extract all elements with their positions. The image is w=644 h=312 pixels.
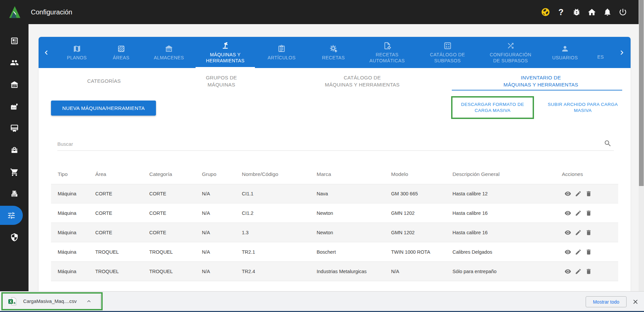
view-icon[interactable] <box>565 229 571 236</box>
edit-icon[interactable] <box>575 190 582 197</box>
column-header: Marca <box>317 171 391 177</box>
inventory-table: Tipo Área Categoría Grupo Nombre/Código … <box>51 164 618 281</box>
table-row: MáquinaCORTECORTEN/ACI1.1NavaGM 300 665H… <box>51 184 618 203</box>
edit-icon[interactable] <box>575 249 582 255</box>
subtab-grupos-de-maquinas[interactable]: GRUPOS DEMÁQUINAS <box>169 68 273 94</box>
view-icon[interactable] <box>565 249 571 255</box>
tab-recetas-automaticas[interactable]: RECETASAUTOMÁTICAS <box>359 37 416 68</box>
view-icon[interactable] <box>565 190 571 197</box>
table-row: MáquinaCORTECORTEN/ACI1.2NewtonGMN 1202H… <box>51 203 618 223</box>
subtab-catalogo-de-maquinas[interactable]: CATÁLOGO DEMÁQUINAS Y HERRAMIENTAS <box>273 68 451 94</box>
upload-bulk-file-button[interactable]: SUBIR ARCHIDO PARA CARGA MASIVA <box>540 102 626 114</box>
browser-download-bar: CargaMasiva_Maq....csv Mostrar todo <box>0 291 644 312</box>
tab-usuarios[interactable]: USUARIOS <box>542 37 588 68</box>
sidebar-item-toolbox[interactable] <box>0 143 29 157</box>
close-download-bar-icon[interactable] <box>632 298 639 305</box>
view-icon[interactable] <box>565 210 571 216</box>
article-card-icon <box>10 37 19 45</box>
shuffle-arrows-icon <box>506 42 515 50</box>
toolbox-icon <box>10 146 19 154</box>
home-icon[interactable] <box>587 8 596 17</box>
sub-tab-bar: CATEGORÍAS GRUPOS DEMÁQUINAS CATÁLOGO DE… <box>39 68 631 94</box>
tab-planos[interactable]: PLANOS <box>54 37 100 68</box>
new-machine-button[interactable]: NUEVA MÁQUINA/HERRAMIENTA <box>51 101 156 116</box>
downloaded-file-chip[interactable]: CargaMasiva_Maq....csv <box>3 294 101 309</box>
tab-articulos[interactable]: ARTÍCULOS <box>255 37 308 68</box>
company-logo-icon <box>7 5 22 19</box>
download-bulk-format-button[interactable]: DESCARGAR FORMATO DE CARGA MASIVA <box>452 102 533 114</box>
delete-icon[interactable] <box>585 249 592 255</box>
people-icon <box>10 58 19 67</box>
power-logout-icon[interactable] <box>618 8 627 17</box>
sidebar-item-purchases[interactable] <box>0 166 29 179</box>
search-icon[interactable] <box>604 139 612 147</box>
column-header: Modelo <box>391 171 452 177</box>
column-header: Descripción General <box>452 171 562 177</box>
table-row: MáquinaCORTECORTEN/A1.3NewtonGMN 1202Has… <box>51 223 618 242</box>
chevron-up-icon[interactable] <box>86 298 92 305</box>
warehouse-icon <box>10 80 19 89</box>
sidebar-item-certificates[interactable] <box>0 122 29 135</box>
subtab-inventario-de-maquinas[interactable]: INVENTARIO DEMÁQUINAS Y HERRAMIENTAS <box>451 68 631 94</box>
tabs-scroll-right-button[interactable] <box>613 37 631 68</box>
ballot-list-icon <box>443 42 452 50</box>
column-header: Categoría <box>149 171 202 177</box>
sidebar-item-warehouse[interactable] <box>0 78 29 91</box>
delete-icon[interactable] <box>585 229 592 236</box>
notifications-bell-icon[interactable] <box>603 8 612 17</box>
tab-configuracion-de-subpasos[interactable]: CONFIGURACIÓNDE SUBPASOS <box>479 37 542 68</box>
chip-divider <box>100 294 101 308</box>
tab-maquinas-y-herramientas[interactable]: MÁQUINAS YHERRAMIENTAS <box>196 37 255 68</box>
sidebar-item-people[interactable] <box>0 56 29 69</box>
show-all-downloads-button[interactable]: Mostrar todo <box>586 296 627 307</box>
annotation-highlight-download: DESCARGAR FORMATO DE CARGA MASIVA <box>451 96 534 119</box>
search-input[interactable] <box>57 137 614 151</box>
document-gear-icon <box>383 42 391 50</box>
column-header: Grupo <box>202 171 242 177</box>
bug-report-icon[interactable] <box>572 8 581 17</box>
help-icon[interactable]: ? <box>556 8 566 17</box>
sidebar-item-security[interactable] <box>0 231 29 244</box>
left-sidebar <box>0 24 29 291</box>
vertical-scrollbar <box>639 0 644 291</box>
edit-icon[interactable] <box>575 268 582 275</box>
excel-file-icon <box>8 297 17 306</box>
tab-recetas[interactable]: RECETAS <box>308 37 359 68</box>
page-title: Configuración <box>31 8 72 16</box>
tab-catalogo-de-subpasos[interactable]: CATÁLOGO DESUBPASOS <box>416 37 479 68</box>
main-content: PLANOS ÁREAS ALMACENES MÁQUINAS YHERRAMI… <box>29 24 639 291</box>
chevron-right-icon <box>618 48 626 57</box>
table-row: MáquinaTROQUELTROQUELN/ATR2.1BoschertTWI… <box>51 242 618 262</box>
topbar-actions: ? <box>541 8 627 17</box>
delete-icon[interactable] <box>585 190 592 197</box>
tab-areas[interactable]: ÁREAS <box>100 37 142 68</box>
edit-icon[interactable] <box>575 210 582 216</box>
tabs-scroll-left-button[interactable] <box>39 37 54 68</box>
delete-icon[interactable] <box>585 210 592 216</box>
edit-icon[interactable] <box>575 229 582 236</box>
delete-icon[interactable] <box>585 268 592 275</box>
sidebar-item-cards[interactable] <box>0 34 29 48</box>
sidebar-item-configuration-active[interactable] <box>0 206 23 225</box>
configuration-card: PLANOS ÁREAS ALMACENES MÁQUINAS YHERRAMI… <box>39 37 631 291</box>
sidebar-item-factory[interactable] <box>0 100 29 113</box>
tab-truncated[interactable]: ES <box>588 37 613 68</box>
tab-almacenes[interactable]: ALMACENES <box>142 37 196 68</box>
factory-icon <box>10 102 19 111</box>
language-globe-icon[interactable] <box>541 8 550 17</box>
view-icon[interactable] <box>565 268 571 275</box>
cash-register-icon <box>10 190 19 198</box>
column-header: Nombre/Código <box>242 171 317 177</box>
shield-icon <box>10 233 19 242</box>
table-row: MáquinaTROQUELTROQUELN/ATR2.4Industrias … <box>51 262 618 281</box>
top-app-bar: Configuración ? <box>0 0 639 24</box>
gears-icon <box>329 45 338 53</box>
subtab-categorias[interactable]: CATEGORÍAS <box>39 68 169 94</box>
downloaded-file-name: CargaMasiva_Maq....csv <box>23 299 77 304</box>
scrollbar-thumb[interactable] <box>639 0 644 186</box>
table-header-row: Tipo Área Categoría Grupo Nombre/Código … <box>51 164 618 184</box>
robot-arm-icon <box>221 42 229 50</box>
sidebar-item-sales[interactable] <box>0 187 29 201</box>
person-icon <box>561 45 569 53</box>
annotation-highlight-file: CargaMasiva_Maq....csv <box>1 292 103 310</box>
